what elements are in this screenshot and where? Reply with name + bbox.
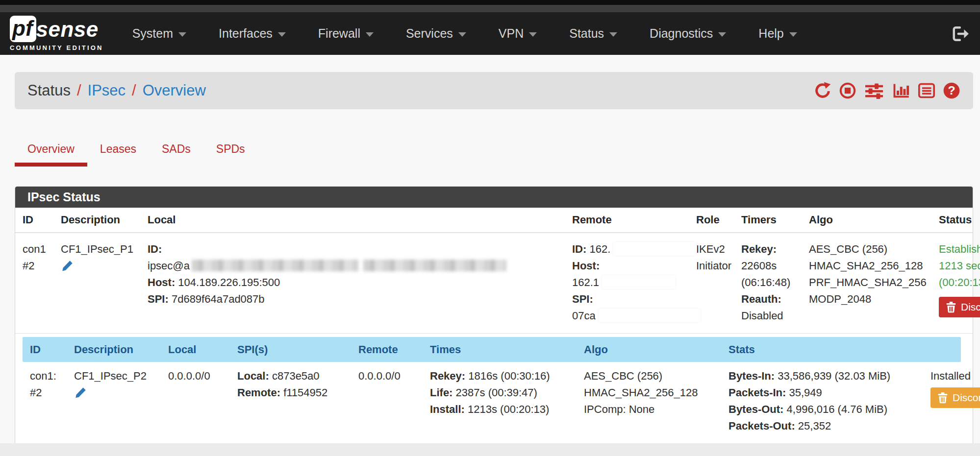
pfsense-ipsec-status-page: pf sense COMMUNITY EDITION System Interf… xyxy=(0,0,980,456)
cell-status: Installed xyxy=(930,368,980,434)
trash-icon xyxy=(946,301,956,313)
cell-id: con1: #2 xyxy=(30,368,74,434)
help-icon[interactable]: ? xyxy=(943,82,960,99)
nav-item-label: Diagnostics xyxy=(650,26,713,41)
col-header-status: Status xyxy=(939,214,980,226)
col-header-description: Description xyxy=(61,214,148,226)
col-header-timers: Timers xyxy=(741,214,809,226)
nav-item-label: System xyxy=(132,26,173,41)
nav-item-services[interactable]: Services xyxy=(390,26,482,41)
col-header-algo: Algo xyxy=(809,214,939,226)
cell-description: CF1_IPsec_P2 xyxy=(74,368,168,434)
col-header-remote: Remote xyxy=(572,214,696,226)
cell-id: con1 #2 xyxy=(23,241,61,324)
page-toolbar: ? xyxy=(813,82,960,99)
logo-sense-text: sense xyxy=(36,19,99,42)
cell-local: ID: ipsec@a Host: 104.189.226.195:500 SP… xyxy=(148,241,572,324)
cell-remote: 0.0.0.0/0 xyxy=(358,368,430,434)
sliders-icon[interactable] xyxy=(863,82,885,99)
nav-menu: System Interfaces Firewall Services VPN … xyxy=(116,26,813,41)
table-row: con1: #2 CF1_IPsec_P2 0.0.0.0/0 Local: c… xyxy=(23,362,961,437)
stop-icon[interactable] xyxy=(839,82,856,99)
nav-item-system[interactable]: System xyxy=(116,26,202,41)
nav-item-label: Firewall xyxy=(318,26,360,41)
chevron-down-icon xyxy=(718,32,726,37)
redacted-box xyxy=(613,242,697,256)
list-icon[interactable] xyxy=(917,82,936,99)
nav-item-label: Help xyxy=(758,26,783,41)
chevron-down-icon xyxy=(458,32,466,37)
tab-spds[interactable]: SPDs xyxy=(203,135,258,167)
col-header-description: Description xyxy=(74,343,168,356)
nav-item-help[interactable]: Help xyxy=(742,26,813,41)
chevron-down-icon xyxy=(789,32,797,37)
child-sa-header: ID Description Local SPI(s) Remote Times… xyxy=(23,337,961,362)
col-header-remote: Remote xyxy=(358,343,430,356)
breadcrumb-link-overview[interactable]: Overview xyxy=(143,82,206,99)
col-header-local: Local xyxy=(148,214,572,226)
breadcrumb-separator: / xyxy=(77,82,81,99)
nav-item-label: Interfaces xyxy=(219,26,273,41)
child-sa-table: ID Description Local SPI(s) Remote Times… xyxy=(23,337,961,446)
cell-times: Rekey: 1816s (00:30:16) Life: 2387s (00:… xyxy=(430,368,584,434)
logo-tagline: COMMUNITY EDITION xyxy=(10,44,103,51)
logo-pf-mark: pf xyxy=(10,16,36,42)
status-installed: Installed xyxy=(930,368,980,384)
cell-remote: ID: 162. Host: 162.1 SPI: 07ca xyxy=(572,241,696,324)
col-header-role: Role xyxy=(696,214,741,226)
col-header-algo: Algo xyxy=(584,343,729,356)
ike-table-header: ID Description Local Remote Role Timers … xyxy=(15,208,973,233)
chevron-down-icon xyxy=(529,32,537,37)
nav-item-vpn[interactable]: VPN xyxy=(482,26,553,41)
page-background-strip xyxy=(0,443,980,456)
sign-out-icon[interactable] xyxy=(952,25,969,42)
nav-item-firewall[interactable]: Firewall xyxy=(302,26,390,41)
col-header-times: Times xyxy=(430,343,584,356)
nav-item-interfaces[interactable]: Interfaces xyxy=(202,26,302,41)
nav-item-label: VPN xyxy=(499,26,524,41)
cell-stats: Bytes-In: 33,586,939 (32.03 MiB) Packets… xyxy=(729,368,930,434)
window-title-strip xyxy=(0,5,980,12)
pencil-icon[interactable] xyxy=(61,260,74,277)
nav-item-status[interactable]: Status xyxy=(553,26,633,41)
chevron-down-icon xyxy=(278,32,286,37)
tab-sads[interactable]: SADs xyxy=(149,135,203,167)
redacted-blur xyxy=(192,260,358,271)
disconnect-button[interactable]: Disconnect xyxy=(939,297,980,317)
nav-item-label: Status xyxy=(569,26,604,41)
cell-timers: Rekey: 22608s (06:16:48) Reauth: Disable… xyxy=(741,241,809,324)
tab-leases[interactable]: Leases xyxy=(87,135,149,167)
tab-overview[interactable]: Overview xyxy=(15,135,87,167)
redacted-box xyxy=(602,275,676,289)
chevron-down-icon xyxy=(609,32,617,37)
status-established: Established xyxy=(939,241,980,258)
disconnect-button[interactable]: Disconnect xyxy=(930,387,980,408)
window-top-strip xyxy=(0,0,980,5)
chevron-down-icon xyxy=(178,32,186,37)
cell-spis: Local: c873e5a0 Remote: f1154952 xyxy=(237,368,358,434)
breadcrumb-separator: / xyxy=(132,82,136,99)
redacted-box xyxy=(599,309,701,322)
breadcrumb-link-ipsec[interactable]: IPsec xyxy=(88,82,126,99)
cell-algo: AES_CBC (256) HMAC_SHA2_256_128 IPComp: … xyxy=(584,368,729,434)
ipsec-status-panel: IPsec Status ID Description Local Remote… xyxy=(15,186,973,447)
col-header-id: ID xyxy=(30,343,74,356)
col-header-id: ID xyxy=(23,214,61,226)
col-header-spis: SPI(s) xyxy=(237,343,358,356)
cell-status: Established 1213 seconds (00:20:13) xyxy=(939,241,980,324)
cell-local: 0.0.0.0/0 xyxy=(168,368,237,434)
breadcrumb-section: Status xyxy=(27,82,71,99)
cell-algo: AES_CBC (256) HMAC_SHA2_256_128 PRF_HMAC… xyxy=(809,241,939,324)
pfsense-logo[interactable]: pf sense COMMUNITY EDITION xyxy=(10,16,103,51)
cell-role: IKEv2 Initiator xyxy=(696,241,741,324)
col-header-local: Local xyxy=(168,343,237,356)
main-navbar: pf sense COMMUNITY EDITION System Interf… xyxy=(0,12,980,55)
nav-item-diagnostics[interactable]: Diagnostics xyxy=(633,26,742,41)
breadcrumb: Status / IPsec / Overview xyxy=(15,72,973,109)
table-row: con1 #2 CF1_IPsec_P1 ID: ipsec@a Host: 1… xyxy=(15,233,973,334)
refresh-icon[interactable] xyxy=(813,82,832,99)
bar-chart-icon[interactable] xyxy=(892,82,910,99)
pencil-icon[interactable] xyxy=(74,386,87,404)
col-header-stats: Stats xyxy=(729,343,930,356)
nav-item-label: Services xyxy=(406,26,453,41)
